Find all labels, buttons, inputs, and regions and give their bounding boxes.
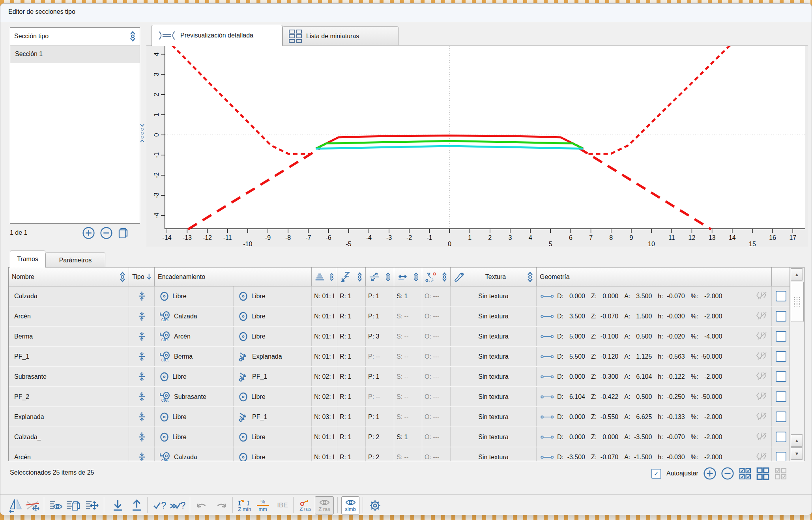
row-select-cell[interactable] xyxy=(772,347,790,366)
mirror-section-button[interactable] xyxy=(7,497,24,514)
row-nivel-cell[interactable]: N: 01: I xyxy=(312,307,337,326)
ibe-tool-button[interactable]: IBE xyxy=(274,497,291,514)
row-checkbox[interactable] xyxy=(776,432,786,442)
select-all-button[interactable] xyxy=(739,468,751,480)
row-textura-cell[interactable]: Sin textura xyxy=(451,327,537,346)
row-checkbox[interactable] xyxy=(776,412,786,422)
row-textura-cell[interactable]: Sin textura xyxy=(451,286,537,306)
preview-items-button[interactable] xyxy=(48,497,64,514)
sort-icon[interactable] xyxy=(329,272,334,282)
row-superficie-cell[interactable]: S: -- xyxy=(394,447,422,461)
row-rasante-cell[interactable]: R: 1 xyxy=(337,286,366,306)
row-superficie-cell[interactable]: S: -- xyxy=(394,407,422,426)
zoom-in-button[interactable] xyxy=(703,467,716,480)
row-tipo-cell[interactable] xyxy=(129,286,155,306)
tab-detailed-preview[interactable]: Previsualización detallada xyxy=(152,25,283,46)
row-pendiente-cell[interactable]: P: 2 xyxy=(366,427,394,447)
row-textura-cell[interactable]: Sin textura xyxy=(451,367,537,386)
header-nombre[interactable]: Nombre xyxy=(9,267,129,286)
panel-splitter-handle[interactable] xyxy=(139,117,145,149)
list-item[interactable]: Sección 1 xyxy=(10,45,140,63)
row-select-cell[interactable] xyxy=(772,327,790,346)
row-offset-cell[interactable]: O: --- xyxy=(422,327,451,346)
row-name-cell[interactable]: Arcén xyxy=(9,307,129,326)
sort-icon[interactable] xyxy=(413,272,419,282)
row-superficie-cell[interactable]: S: -- xyxy=(394,307,422,326)
row-checkbox[interactable] xyxy=(776,351,786,362)
undo-button[interactable] xyxy=(194,497,210,514)
row-tipo-cell[interactable] xyxy=(129,347,155,366)
table-row[interactable]: Explanada cte. Libre cte. PF_1 N: 0 xyxy=(9,407,804,427)
expression-disabled-icon[interactable] xyxy=(756,331,767,342)
row-name-cell[interactable]: Calzada xyxy=(9,286,129,306)
row-encadenamiento-1-cell[interactable]: cte. Calzada xyxy=(155,307,234,326)
row-offset-cell[interactable]: O: --- xyxy=(422,286,451,306)
remove-section-button[interactable] xyxy=(100,227,112,239)
row-name-cell[interactable]: Berma xyxy=(9,327,129,346)
row-checkbox[interactable] xyxy=(776,311,786,322)
header-pendiente[interactable] xyxy=(366,267,394,286)
section-list[interactable]: Sección 1 xyxy=(10,45,140,224)
expression-disabled-icon[interactable] xyxy=(756,392,767,402)
z-ras-visibility-toggle[interactable]: Z ras xyxy=(315,496,334,514)
sort-icon[interactable] xyxy=(385,272,391,282)
expression-disabled-icon[interactable] xyxy=(756,432,767,442)
table-row[interactable]: Calzada cte. Libre cte. Libre N: 01 xyxy=(9,286,804,307)
move-items-button[interactable] xyxy=(84,497,101,514)
row-encadenamiento-2-cell[interactable]: cte. Libre xyxy=(234,327,312,346)
row-pendiente-cell[interactable]: P: 2 xyxy=(366,447,394,461)
row-encadenamiento-1-cell[interactable]: cte. Subrasante xyxy=(155,387,234,406)
row-textura-cell[interactable]: Sin textura xyxy=(451,387,537,406)
row-tipo-cell[interactable] xyxy=(129,387,155,406)
row-name-cell[interactable]: Calzada_ xyxy=(9,427,129,447)
row-encadenamiento-1-cell[interactable]: cte. Berma xyxy=(155,347,234,366)
row-rasante-cell[interactable]: R: 1 xyxy=(337,427,366,447)
check-one-button[interactable]: ? xyxy=(151,497,168,514)
row-superficie-cell[interactable]: S: 1 xyxy=(394,427,422,447)
expression-disabled-icon[interactable] xyxy=(756,412,767,422)
row-checkbox[interactable] xyxy=(776,331,786,342)
zoom-out-button[interactable] xyxy=(721,467,734,480)
row-offset-cell[interactable]: O: --- xyxy=(422,347,451,366)
z-ras-tool-button[interactable]: Z ras xyxy=(297,497,314,514)
copy-items-button[interactable] xyxy=(65,497,82,514)
table-row[interactable]: Berma cte. Arcén cte. Libre N: 01: xyxy=(9,327,804,347)
expression-disabled-icon[interactable] xyxy=(756,352,767,362)
row-offset-cell[interactable]: O: --- xyxy=(422,427,451,447)
row-checkbox[interactable] xyxy=(776,371,786,382)
row-encadenamiento-2-cell[interactable]: cte. Libre xyxy=(234,427,312,447)
scroll-up-button-2[interactable]: ▲ xyxy=(791,434,803,447)
expression-disabled-icon[interactable] xyxy=(756,291,767,301)
row-pendiente-cell[interactable]: P: 1 xyxy=(366,407,394,426)
row-encadenamiento-2-cell[interactable]: cte. Libre xyxy=(234,286,312,306)
sort-icon[interactable] xyxy=(442,272,447,282)
table-row[interactable]: Subrasante cte. Libre cte. PF_1 N: xyxy=(9,367,804,387)
row-pendiente-cell[interactable]: P: 1 xyxy=(366,307,394,326)
tab-parametros[interactable]: Parámetros xyxy=(45,253,105,267)
row-nivel-cell[interactable]: N: 01: I xyxy=(312,347,337,366)
row-rasante-cell[interactable]: R: 1 xyxy=(337,307,366,326)
row-checkbox[interactable] xyxy=(776,452,786,461)
row-select-cell[interactable] xyxy=(772,407,790,426)
row-name-cell[interactable]: Arcén xyxy=(9,447,129,461)
row-geometria-cell[interactable]: D:0.000 Z:0.000 A:3.500 h:-0.070 %:-2.00… xyxy=(537,286,772,306)
row-geometria-cell[interactable]: D:5.500 Z:-0.120 A:1.125 h:-0.563 %:-50.… xyxy=(537,347,772,366)
table-row[interactable]: Arcén cte. Calzada cte. Libre N: 01 xyxy=(9,447,804,461)
sort-icon[interactable] xyxy=(357,272,362,282)
row-select-cell[interactable] xyxy=(772,307,790,326)
header-nivel[interactable] xyxy=(312,267,337,286)
row-superficie-cell[interactable]: S: -- xyxy=(394,327,422,346)
header-geometria[interactable]: Geometría xyxy=(537,267,772,286)
row-name-cell[interactable]: Subrasante xyxy=(9,367,129,386)
row-pendiente-cell[interactable]: P: -- xyxy=(366,347,394,366)
row-superficie-cell[interactable]: S: -- xyxy=(394,387,422,406)
row-rasante-cell[interactable]: R: 1 xyxy=(337,347,366,366)
row-select-cell[interactable] xyxy=(772,367,790,386)
sort-icon[interactable] xyxy=(527,271,533,282)
row-superficie-cell[interactable]: S: -- xyxy=(394,347,422,366)
row-encadenamiento-2-cell[interactable]: cte. Explanada xyxy=(234,347,312,366)
row-tipo-cell[interactable] xyxy=(129,367,155,386)
row-rasante-cell[interactable]: R: 1 xyxy=(337,367,366,386)
row-tipo-cell[interactable] xyxy=(129,327,155,346)
row-geometria-cell[interactable]: D:-3.500 Z:-0.070 A:-1.500 h:-0.030 %:-2… xyxy=(537,447,772,461)
